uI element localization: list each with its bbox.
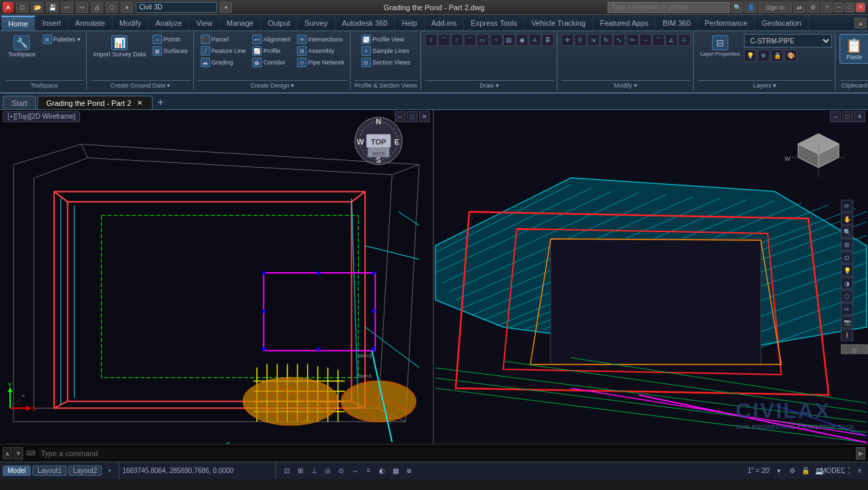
tab-analyze[interactable]: Analyze <box>149 16 189 31</box>
mtext-icon[interactable]: ≣ <box>542 34 554 46</box>
add-layout-btn[interactable]: + <box>104 466 115 476</box>
tab-annotate[interactable]: Annotate <box>68 16 113 31</box>
plot-icon[interactable]: ⬡ <box>106 2 118 13</box>
points-btn[interactable]: • Points <box>150 34 191 45</box>
settings-icon[interactable]: ⚙ <box>807 2 819 13</box>
line-icon[interactable]: / <box>425 34 437 46</box>
left-viewport-label[interactable]: [+][Top][2D Wireframe] <box>3 111 80 122</box>
perspective-icon[interactable]: ⬡ <box>841 290 853 303</box>
layer-on-icon[interactable]: 💡 <box>744 50 756 62</box>
tab-start[interactable]: Start <box>3 96 36 109</box>
tab-geolocation[interactable]: Geolocation <box>755 16 809 31</box>
layer-lock-icon[interactable]: 🔒 <box>771 50 783 62</box>
hatch-icon[interactable]: ▤ <box>503 34 515 46</box>
search-icon[interactable]: 🔍 <box>731 2 743 13</box>
text-icon[interactable]: A <box>529 34 541 46</box>
grading-btn[interactable]: ⛰ Grading <box>198 57 249 68</box>
exchange-icon[interactable]: ⇄ <box>793 2 806 13</box>
layer-properties-btn[interactable]: ⊟ Layer Properties <box>698 34 743 58</box>
fullscreen-icon[interactable]: ⛶ <box>841 466 852 476</box>
app-dropdown-icon[interactable]: ▾ <box>220 2 232 13</box>
grid-icon[interactable]: ⊞ <box>295 466 306 476</box>
user-icon[interactable]: 👤 <box>745 2 757 13</box>
orbit-icon[interactable]: ⟳ <box>841 200 853 212</box>
render-icon[interactable]: 💡 <box>841 265 853 277</box>
trim-icon[interactable]: ✂ <box>627 34 639 46</box>
fillet-icon[interactable]: ⌒ <box>652 34 665 46</box>
corridor-btn[interactable]: 🛣 Corridor <box>250 57 293 68</box>
layer-freeze-icon[interactable]: ❄ <box>757 50 770 62</box>
section-views-btn[interactable]: ⊟ Section Views <box>359 57 413 68</box>
right-cad-canvas[interactable]: W <box>434 110 868 444</box>
region-icon[interactable]: ◉ <box>516 34 528 46</box>
arc-icon[interactable]: ⌒ <box>464 34 476 46</box>
snap-icon[interactable]: ⊡ <box>281 466 292 476</box>
tab-manage[interactable]: Manage <box>220 16 261 31</box>
add-tab-btn[interactable]: + <box>154 96 167 109</box>
tab-view[interactable]: View <box>189 16 220 31</box>
restore-btn[interactable]: □ <box>845 3 854 12</box>
tab-vehicle[interactable]: Vehicle Tracking <box>525 16 593 31</box>
tab-featured[interactable]: Featured Apps <box>593 16 656 31</box>
zoom-window-icon[interactable]: ⊡ <box>841 252 853 264</box>
tab-output[interactable]: Output <box>261 16 298 31</box>
import-survey-btn[interactable]: 📊 Import Survey Data <box>91 34 149 59</box>
zoom-icon[interactable]: 🔍 <box>841 226 853 238</box>
save-icon[interactable]: 💾 <box>46 2 58 13</box>
cmd-scroll-dn[interactable]: ▼ <box>14 447 23 459</box>
camera-icon[interactable]: 📷 <box>841 316 853 328</box>
new-file-icon[interactable]: 🗋 <box>16 2 28 13</box>
rectangle-icon[interactable]: ▭ <box>477 34 489 46</box>
move-icon[interactable]: ✛ <box>561 34 574 46</box>
layer-selector[interactable]: C-STRM-PIPE <box>744 34 832 48</box>
workspace-icon[interactable]: ⚙ <box>787 466 797 476</box>
otrack-icon[interactable]: ↔ <box>349 466 360 476</box>
polar-icon[interactable]: ◎ <box>322 466 333 476</box>
scale-icon[interactable]: ⤡ <box>613 34 625 46</box>
profile-btn[interactable]: 📈 Profile <box>250 45 293 56</box>
left-viewcube[interactable]: N S E W TOP WCS <box>355 117 402 165</box>
tab-insert[interactable]: Insert <box>35 16 68 31</box>
print-icon[interactable]: 🖨 <box>91 2 103 13</box>
left-restore-btn[interactable]: □ <box>407 111 418 122</box>
left-minimize-btn[interactable]: ─ <box>395 111 406 122</box>
stretch-icon[interactable]: ⇲ <box>587 34 599 46</box>
right-restore-btn[interactable]: □ <box>842 111 853 122</box>
circle-icon[interactable]: ○ <box>451 34 463 46</box>
lineweight-icon[interactable]: = <box>363 466 374 476</box>
cmd-expand-btn[interactable]: ▶ <box>856 447 865 459</box>
zoom-extent-icon[interactable]: ⊞ <box>841 239 853 251</box>
customize-icon[interactable]: ≡ <box>854 466 865 476</box>
ortho-icon[interactable]: ⊥ <box>309 466 319 476</box>
tab-grading-pond[interactable]: Grading the Pond - Part 2 ✕ <box>37 96 152 109</box>
assembly-btn[interactable]: ⊞ Assembly <box>294 45 347 56</box>
pipe-network-btn[interactable]: ⊙ Pipe Network <box>294 57 347 68</box>
left-cad-canvas[interactable]: X Y ✕ N S E W TOP WCS <box>0 110 433 444</box>
tab-autodesk360[interactable]: Autodesk 360 <box>335 16 395 31</box>
surfaces-btn[interactable]: ▦ Surfaces <box>150 45 191 56</box>
anno-scale-icon[interactable]: ▾ <box>773 466 784 476</box>
tab-performance[interactable]: Performance <box>698 16 755 31</box>
tab-addins[interactable]: Add-ins <box>425 16 464 31</box>
explode-icon[interactable]: ⊹ <box>678 34 690 46</box>
layout1-tab[interactable]: Layout1 <box>33 466 66 476</box>
pan-icon[interactable]: ✋ <box>841 213 853 225</box>
right-close-btn[interactable]: ✕ <box>854 111 865 122</box>
layer-color-icon[interactable]: 🎨 <box>785 50 797 62</box>
profile-view-btn[interactable]: 📉 Profile View <box>359 34 413 45</box>
cmd-scroll-up[interactable]: ▲ <box>3 447 12 459</box>
open-file-icon[interactable]: 📂 <box>31 2 43 13</box>
right-minimize-btn[interactable]: ─ <box>830 111 841 122</box>
right-viewport[interactable]: ─ □ ✕ <box>434 110 868 444</box>
copy-icon[interactable]: ⎘ <box>574 34 587 46</box>
model-tab[interactable]: Model <box>3 466 31 476</box>
clipping-icon[interactable]: ✂ <box>841 303 853 316</box>
tab-bim360[interactable]: BIM 360 <box>656 16 698 31</box>
minimize-btn[interactable]: ─ <box>834 3 844 12</box>
left-viewport[interactable]: [+][Top][2D Wireframe] ─ □ ✕ <box>0 110 434 444</box>
keyword-search[interactable] <box>608 2 730 13</box>
parcel-btn[interactable]: ⬛ Parcel <box>198 34 249 45</box>
sample-lines-btn[interactable]: ≡ Sample Lines <box>359 45 413 56</box>
gizmo-icon[interactable]: ⊕ <box>403 466 414 476</box>
tab-modify[interactable]: Modify <box>113 16 149 31</box>
